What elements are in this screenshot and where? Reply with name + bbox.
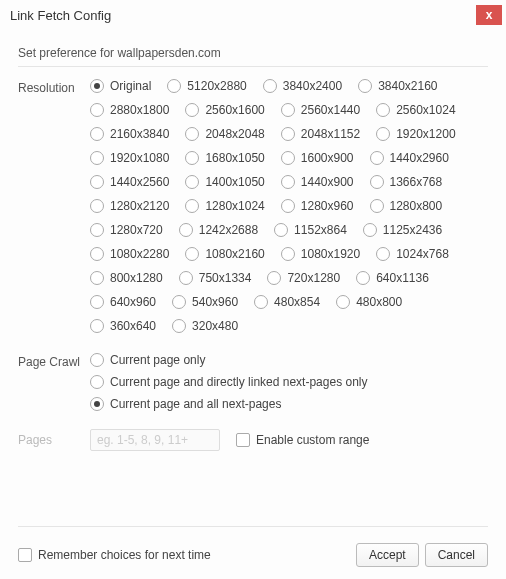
radio-icon bbox=[90, 175, 104, 189]
footer: Remember choices for next time Accept Ca… bbox=[18, 543, 488, 567]
accept-button[interactable]: Accept bbox=[356, 543, 419, 567]
resolution-options: Original5120x28803840x24003840x21602880x… bbox=[90, 79, 488, 343]
resolution-option[interactable]: 2560x1600 bbox=[185, 103, 264, 117]
resolution-option[interactable]: 2160x3840 bbox=[90, 127, 169, 141]
radio-icon bbox=[185, 247, 199, 261]
resolution-option-label: 480x854 bbox=[274, 295, 320, 309]
resolution-option[interactable]: 2048x2048 bbox=[185, 127, 264, 141]
resolution-option-label: 2880x1800 bbox=[110, 103, 169, 117]
resolution-option-label: 1920x1080 bbox=[110, 151, 169, 165]
close-icon: x bbox=[486, 8, 493, 22]
resolution-option[interactable]: 1440x2560 bbox=[90, 175, 169, 189]
pagecrawl-option[interactable]: Current page only bbox=[90, 353, 472, 367]
resolution-option[interactable]: 800x1280 bbox=[90, 271, 163, 285]
resolution-option[interactable]: 1280x960 bbox=[281, 199, 354, 213]
resolution-option-label: 1920x1200 bbox=[396, 127, 455, 141]
radio-icon bbox=[358, 79, 372, 93]
radio-icon bbox=[179, 271, 193, 285]
resolution-option[interactable]: 360x640 bbox=[90, 319, 156, 333]
resolution-option-label: 1366x768 bbox=[390, 175, 443, 189]
resolution-option[interactable]: 1280x1024 bbox=[185, 199, 264, 213]
checkbox-icon bbox=[18, 548, 32, 562]
radio-icon bbox=[185, 175, 199, 189]
pagecrawl-option-label: Current page and all next-pages bbox=[110, 397, 281, 411]
resolution-option-label: 2560x1024 bbox=[396, 103, 455, 117]
resolution-option[interactable]: 1080x1920 bbox=[281, 247, 360, 261]
resolution-option-label: 1125x2436 bbox=[383, 223, 442, 237]
resolution-option[interactable]: 1080x2280 bbox=[90, 247, 169, 261]
resolution-option-label: 3840x2160 bbox=[378, 79, 437, 93]
close-button[interactable]: x bbox=[476, 5, 502, 25]
radio-icon bbox=[90, 199, 104, 213]
resolution-option[interactable]: 320x480 bbox=[172, 319, 238, 333]
remember-checkbox[interactable]: Remember choices for next time bbox=[18, 548, 211, 562]
resolution-option[interactable]: 2048x1152 bbox=[281, 127, 360, 141]
checkbox-icon bbox=[236, 433, 250, 447]
radio-icon bbox=[281, 103, 295, 117]
resolution-option[interactable]: 1280x800 bbox=[370, 199, 443, 213]
radio-icon bbox=[90, 223, 104, 237]
resolution-option[interactable]: 3840x2160 bbox=[358, 79, 437, 93]
resolution-option[interactable]: 1366x768 bbox=[370, 175, 443, 189]
radio-icon bbox=[274, 223, 288, 237]
radio-icon bbox=[167, 79, 181, 93]
window-title: Link Fetch Config bbox=[10, 8, 111, 23]
radio-icon bbox=[185, 151, 199, 165]
resolution-option-label: 2048x2048 bbox=[205, 127, 264, 141]
resolution-option[interactable]: 480x854 bbox=[254, 295, 320, 309]
resolution-option[interactable]: 1280x2120 bbox=[90, 199, 169, 213]
resolution-option[interactable]: 1152x864 bbox=[274, 223, 347, 237]
resolution-option[interactable]: 720x1280 bbox=[267, 271, 340, 285]
resolution-option-label: 3840x2400 bbox=[283, 79, 342, 93]
radio-icon bbox=[370, 151, 384, 165]
radio-icon bbox=[90, 353, 104, 367]
resolution-label: Resolution bbox=[18, 79, 90, 95]
resolution-option[interactable]: 1400x1050 bbox=[185, 175, 264, 189]
resolution-option-label: 2560x1600 bbox=[205, 103, 264, 117]
enable-range-checkbox[interactable]: Enable custom range bbox=[236, 433, 369, 447]
resolution-option[interactable]: 1280x720 bbox=[90, 223, 163, 237]
radio-icon bbox=[90, 295, 104, 309]
resolution-option-label: 1280x960 bbox=[301, 199, 354, 213]
resolution-option[interactable]: 1920x1080 bbox=[90, 151, 169, 165]
radio-icon bbox=[336, 295, 350, 309]
resolution-option-label: 1152x864 bbox=[294, 223, 347, 237]
divider bbox=[18, 66, 488, 67]
resolution-option[interactable]: 640x1136 bbox=[356, 271, 429, 285]
pagecrawl-option-label: Current page only bbox=[110, 353, 205, 367]
resolution-option[interactable]: 1600x900 bbox=[281, 151, 354, 165]
radio-icon bbox=[90, 247, 104, 261]
resolution-option[interactable]: 750x1334 bbox=[179, 271, 252, 285]
resolution-option-label: 1280x800 bbox=[390, 199, 443, 213]
cancel-button[interactable]: Cancel bbox=[425, 543, 488, 567]
resolution-option[interactable]: 1440x900 bbox=[281, 175, 354, 189]
radio-icon bbox=[370, 175, 384, 189]
resolution-option[interactable]: 480x800 bbox=[336, 295, 402, 309]
resolution-option[interactable]: 3840x2400 bbox=[263, 79, 342, 93]
resolution-option[interactable]: 2560x1024 bbox=[376, 103, 455, 117]
resolution-option[interactable]: 5120x2880 bbox=[167, 79, 246, 93]
resolution-option[interactable]: 1920x1200 bbox=[376, 127, 455, 141]
resolution-option[interactable]: 2880x1800 bbox=[90, 103, 169, 117]
resolution-option[interactable]: 1680x1050 bbox=[185, 151, 264, 165]
radio-icon bbox=[90, 271, 104, 285]
radio-icon bbox=[90, 79, 104, 93]
resolution-option-label: 2048x1152 bbox=[301, 127, 360, 141]
pagecrawl-option[interactable]: Current page and all next-pages bbox=[90, 397, 472, 411]
radio-icon bbox=[172, 319, 186, 333]
resolution-option[interactable]: 1125x2436 bbox=[363, 223, 442, 237]
pagecrawl-option[interactable]: Current page and directly linked next-pa… bbox=[90, 375, 472, 389]
resolution-option[interactable]: 640x960 bbox=[90, 295, 156, 309]
resolution-option-label: 720x1280 bbox=[287, 271, 340, 285]
resolution-option[interactable]: 2560x1440 bbox=[281, 103, 360, 117]
resolution-option-label: 1280x1024 bbox=[205, 199, 264, 213]
resolution-option[interactable]: 1242x2688 bbox=[179, 223, 258, 237]
radio-icon bbox=[376, 103, 390, 117]
resolution-option[interactable]: 540x960 bbox=[172, 295, 238, 309]
resolution-option[interactable]: 1024x768 bbox=[376, 247, 449, 261]
resolution-option[interactable]: 1080x2160 bbox=[185, 247, 264, 261]
radio-icon bbox=[90, 151, 104, 165]
resolution-option[interactable]: Original bbox=[90, 79, 151, 93]
radio-icon bbox=[281, 247, 295, 261]
resolution-option[interactable]: 1440x2960 bbox=[370, 151, 449, 165]
